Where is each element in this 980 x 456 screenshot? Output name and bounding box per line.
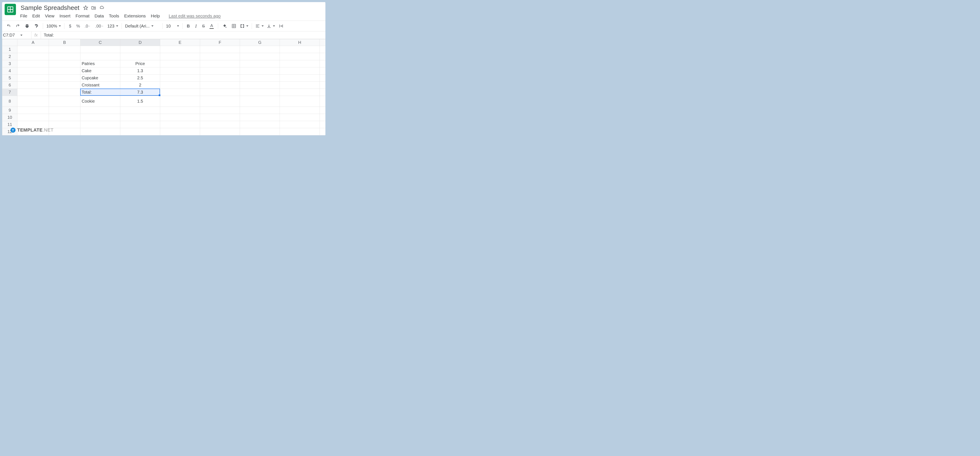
- cell[interactable]: [18, 46, 49, 53]
- cell[interactable]: [49, 75, 80, 82]
- vertical-align-dropdown[interactable]: [266, 23, 276, 29]
- cell[interactable]: [320, 89, 326, 96]
- cell[interactable]: [320, 128, 326, 135]
- cell[interactable]: [120, 121, 160, 128]
- cell[interactable]: [160, 89, 200, 96]
- cell[interactable]: [200, 53, 240, 60]
- cell[interactable]: [18, 107, 49, 114]
- cell[interactable]: [160, 96, 200, 107]
- cell-c4[interactable]: Cake: [80, 67, 120, 75]
- col-header-i[interactable]: I: [320, 39, 326, 46]
- row-header-4[interactable]: 4: [2, 67, 18, 75]
- cell[interactable]: [200, 82, 240, 89]
- formula-input[interactable]: Total:: [41, 33, 54, 38]
- cell[interactable]: [18, 114, 49, 121]
- row-header-2[interactable]: 2: [2, 53, 18, 60]
- format-currency-button[interactable]: $: [67, 22, 73, 30]
- cell[interactable]: [280, 121, 320, 128]
- cell[interactable]: [320, 96, 326, 107]
- cell[interactable]: [80, 128, 120, 135]
- menu-insert[interactable]: Insert: [59, 13, 70, 19]
- row-header-5[interactable]: 5: [2, 75, 18, 82]
- cell[interactable]: [49, 89, 80, 96]
- cell[interactable]: [320, 46, 326, 53]
- format-percent-button[interactable]: %: [75, 22, 82, 30]
- cell[interactable]: [240, 53, 280, 60]
- row-header-11[interactable]: 11: [2, 121, 18, 128]
- merge-cells-dropdown[interactable]: [239, 23, 249, 29]
- cell-c7[interactable]: Total:: [80, 89, 120, 96]
- cell[interactable]: [18, 82, 49, 89]
- col-header-b[interactable]: B: [49, 39, 80, 46]
- cell[interactable]: [240, 128, 280, 135]
- menu-format[interactable]: Format: [76, 13, 90, 19]
- cell[interactable]: [240, 89, 280, 96]
- cell[interactable]: [160, 46, 200, 53]
- cell[interactable]: [240, 107, 280, 114]
- cell[interactable]: [240, 96, 280, 107]
- cell[interactable]: [200, 67, 240, 75]
- cell[interactable]: [80, 46, 120, 53]
- cell[interactable]: [49, 82, 80, 89]
- cell[interactable]: [120, 107, 160, 114]
- cell[interactable]: [240, 46, 280, 53]
- cell[interactable]: [49, 96, 80, 107]
- select-all-corner[interactable]: [2, 39, 18, 46]
- cell[interactable]: [280, 60, 320, 67]
- cell[interactable]: [49, 121, 80, 128]
- redo-button[interactable]: [14, 22, 22, 30]
- menu-edit[interactable]: Edit: [32, 13, 40, 19]
- cell[interactable]: [160, 67, 200, 75]
- row-header-10[interactable]: 10: [2, 114, 18, 121]
- cell[interactable]: [280, 53, 320, 60]
- cell[interactable]: [280, 67, 320, 75]
- menu-data[interactable]: Data: [94, 13, 104, 19]
- cell-d5[interactable]: 2.5: [120, 75, 160, 82]
- cell[interactable]: [200, 121, 240, 128]
- cell-d3[interactable]: Price: [120, 60, 160, 67]
- decrease-decimal-button[interactable]: .0←: [83, 22, 92, 30]
- cell[interactable]: [240, 82, 280, 89]
- text-wrap-button[interactable]: [277, 22, 285, 30]
- cell-d6[interactable]: 2: [120, 82, 160, 89]
- star-icon[interactable]: [83, 5, 88, 10]
- cell[interactable]: [120, 128, 160, 135]
- cell[interactable]: [160, 75, 200, 82]
- cell[interactable]: [240, 121, 280, 128]
- horizontal-align-dropdown[interactable]: [255, 23, 264, 29]
- cell[interactable]: [49, 67, 80, 75]
- cell[interactable]: [200, 60, 240, 67]
- borders-button[interactable]: [230, 22, 238, 30]
- menu-extensions[interactable]: Extensions: [124, 13, 146, 19]
- spreadsheet-grid[interactable]: A B C D E F G H I 1 2 3PatriesPrice 4Cak…: [2, 39, 325, 135]
- cell[interactable]: [320, 82, 326, 89]
- cell[interactable]: [49, 46, 80, 53]
- cell[interactable]: [18, 96, 49, 107]
- cell[interactable]: [280, 96, 320, 107]
- cell[interactable]: [200, 46, 240, 53]
- cell[interactable]: [160, 82, 200, 89]
- increase-decimal-button[interactable]: .00→: [94, 22, 105, 30]
- cell-c3[interactable]: Patries: [80, 60, 120, 67]
- row-header-9[interactable]: 9: [2, 107, 18, 114]
- cell-c6[interactable]: Croissant: [80, 82, 120, 89]
- cell[interactable]: [80, 114, 120, 121]
- cell[interactable]: [200, 89, 240, 96]
- cell[interactable]: [280, 82, 320, 89]
- cell[interactable]: [200, 75, 240, 82]
- cell[interactable]: [240, 75, 280, 82]
- cell[interactable]: [80, 107, 120, 114]
- cell[interactable]: [320, 114, 326, 121]
- menu-tools[interactable]: Tools: [109, 13, 119, 19]
- cell[interactable]: [18, 121, 49, 128]
- fill-color-button[interactable]: [221, 22, 229, 30]
- font-family-dropdown[interactable]: Default (Ari...: [124, 23, 160, 29]
- strikethrough-button[interactable]: S: [200, 22, 207, 30]
- font-size-dropdown[interactable]: 10: [165, 23, 180, 29]
- cell-d4[interactable]: 1.3: [120, 67, 160, 75]
- cell[interactable]: [320, 75, 326, 82]
- row-header-6[interactable]: 6: [2, 82, 18, 89]
- cell[interactable]: [80, 53, 120, 60]
- cell[interactable]: [120, 114, 160, 121]
- cell[interactable]: [200, 128, 240, 135]
